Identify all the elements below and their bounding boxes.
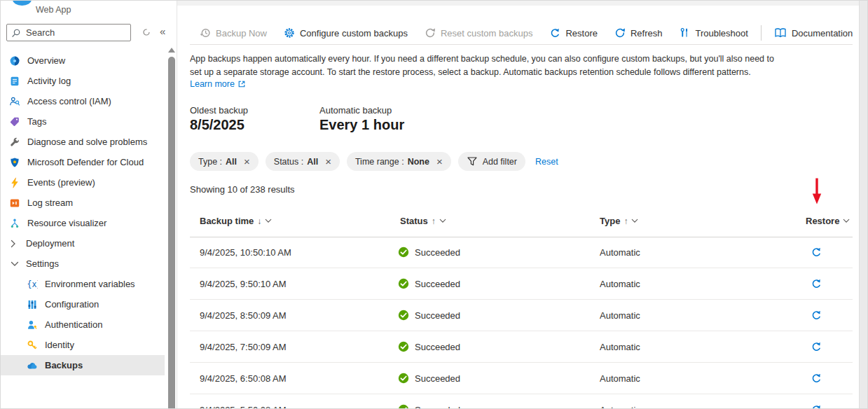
status-badge: Succeeded (415, 279, 460, 289)
reset-custom-backups-button[interactable]: Reset custom backups (416, 22, 542, 44)
backup-time-cell: 9/4/2025, 7:50:09 AM (200, 342, 287, 352)
row-restore-button[interactable] (809, 245, 823, 259)
table-row[interactable]: 9/4/2025, 9:50:10 AM Succeeded Automatic (190, 268, 853, 300)
success-check-icon (398, 310, 409, 321)
sidebar-group-settings[interactable]: Settings (1, 254, 165, 274)
backups-table: 9/4/2025, 10:50:10 AM Succeeded Automati… (190, 237, 853, 409)
sidebar-item-tags[interactable]: Tags (1, 111, 165, 132)
filter-pill-time-range[interactable]: Time range : None × (347, 152, 451, 171)
authentication-icon (27, 319, 38, 331)
table-row[interactable]: 9/4/2025, 10:50:10 AM Succeeded Automati… (190, 237, 853, 268)
oldest-backup-label: Oldest backup (190, 105, 248, 116)
type-cell: Automatic (600, 373, 640, 384)
filter-pill-type[interactable]: Type : All × (190, 152, 259, 171)
close-icon[interactable]: × (436, 156, 443, 167)
row-restore-button[interactable] (809, 340, 823, 354)
collapse-sidebar-button[interactable]: « (160, 25, 165, 37)
sort-asc-icon: ↑ (432, 216, 436, 226)
close-icon[interactable]: × (244, 156, 250, 167)
sidebar-item-resource-visualizer[interactable]: Resource visualizer (1, 213, 165, 233)
cloud-backup-icon (27, 360, 38, 371)
type-cell: Automatic (600, 279, 640, 289)
sidebar-search[interactable] (6, 24, 131, 41)
success-check-icon (398, 404, 409, 409)
row-restore-button[interactable] (809, 277, 823, 291)
sidebar-item-defender[interactable]: Microsoft Defender for Cloud (1, 152, 165, 172)
restore-icon (811, 341, 822, 352)
sidebar-item-activity-log[interactable]: Activity log (1, 71, 165, 91)
table-row[interactable]: 9/4/2025, 5:50:08 AM Succeeded Automatic (190, 394, 853, 409)
filter-bar: Type : All × Status : All × Time range :… (190, 152, 558, 171)
status-badge: Succeeded (415, 405, 460, 409)
row-restore-button[interactable] (809, 403, 823, 409)
sidebar-nav: Overview Activity log Access control (IA… (1, 50, 165, 375)
scrollbar-up-arrow[interactable] (168, 48, 175, 53)
learn-more-link[interactable]: Learn more (190, 79, 246, 89)
table-row[interactable]: 9/4/2025, 7:50:09 AM Succeeded Automatic (190, 331, 853, 363)
chevron-right-icon (11, 240, 19, 248)
sidebar-item-authentication[interactable]: Authentication (1, 314, 165, 335)
type-cell: Automatic (600, 310, 640, 321)
automatic-backup-value: Every 1 hour (319, 117, 404, 133)
success-check-icon (398, 373, 409, 384)
chevron-down-icon (11, 260, 19, 268)
status-badge: Succeeded (415, 247, 460, 258)
environment-variables-icon (27, 279, 38, 290)
wrench-icon (9, 137, 20, 148)
table-row[interactable]: 9/4/2025, 6:50:08 AM Succeeded Automatic (190, 363, 853, 394)
sidebar-item-log-stream[interactable]: Log stream (1, 193, 165, 213)
search-icon (11, 28, 21, 38)
log-stream-icon (9, 197, 20, 209)
column-header-status[interactable]: Status ↑ (400, 216, 446, 226)
sidebar-item-access-control[interactable]: Access control (IAM) (1, 91, 165, 111)
overview-icon (9, 55, 20, 67)
results-summary: Showing 10 of 238 results (190, 184, 295, 195)
column-header-backup-time[interactable]: Backup time ↓ (200, 216, 272, 226)
filter-pill-status[interactable]: Status : All × (266, 152, 340, 171)
sidebar-group-deployment[interactable]: Deployment (1, 233, 165, 254)
sidebar-item-diagnose[interactable]: Diagnose and solve problems (1, 132, 165, 152)
automatic-backup-label: Automatic backup (319, 105, 392, 116)
add-filter-button[interactable]: Add filter (458, 152, 525, 171)
shield-icon (9, 157, 20, 168)
reset-filters-link[interactable]: Reset (535, 157, 558, 167)
restore-icon (811, 310, 822, 321)
success-check-icon (398, 341, 409, 352)
row-restore-button[interactable] (809, 371, 823, 385)
toolbar-separator (761, 25, 762, 41)
backup-now-button[interactable]: Backup Now (191, 22, 275, 44)
backup-time-cell: 9/4/2025, 10:50:10 AM (200, 247, 291, 258)
reset-icon (425, 27, 436, 39)
documentation-button[interactable]: Documentation (766, 22, 861, 44)
status-badge: Succeeded (415, 342, 460, 352)
sidebar-item-environment-variables[interactable]: Environment variables (1, 274, 165, 294)
sort-desc-icon: ↓ (257, 216, 261, 226)
restore-button[interactable]: Restore (541, 22, 606, 44)
table-row[interactable]: 9/4/2025, 8:50:09 AM Succeeded Automatic (190, 300, 853, 331)
type-cell: Automatic (600, 342, 640, 352)
tag-icon (9, 116, 20, 127)
sidebar-item-identity[interactable]: Identity (1, 335, 165, 355)
success-check-icon (398, 247, 409, 258)
sync-icon[interactable] (142, 28, 151, 36)
troubleshoot-button[interactable]: Troubleshoot (670, 22, 756, 44)
funnel-icon (467, 156, 478, 167)
row-restore-button[interactable] (809, 308, 823, 322)
sidebar-item-configuration[interactable]: Configuration (1, 294, 165, 314)
close-icon[interactable]: × (325, 156, 331, 167)
clock-icon (200, 27, 211, 39)
column-header-type[interactable]: Type ↑ (600, 216, 638, 226)
column-header-restore[interactable]: Restore (806, 216, 850, 226)
activity-log-icon (9, 76, 20, 87)
configure-custom-backups-button[interactable]: Configure custom backups (275, 22, 416, 44)
restore-icon (811, 404, 822, 409)
key-icon (27, 340, 38, 351)
sidebar-scrollbar-thumb[interactable] (168, 57, 175, 409)
table-header: Backup time ↓ Status ↑ Type ↑ Restore (190, 207, 853, 237)
sidebar: Web App « Overview Activity log Access c… (1, 1, 177, 408)
search-input[interactable] (25, 27, 126, 39)
sidebar-item-backups[interactable]: Backups (1, 355, 165, 375)
sidebar-item-overview[interactable]: Overview (1, 50, 165, 71)
refresh-button[interactable]: Refresh (606, 22, 671, 44)
sidebar-item-events[interactable]: Events (preview) (1, 172, 165, 193)
